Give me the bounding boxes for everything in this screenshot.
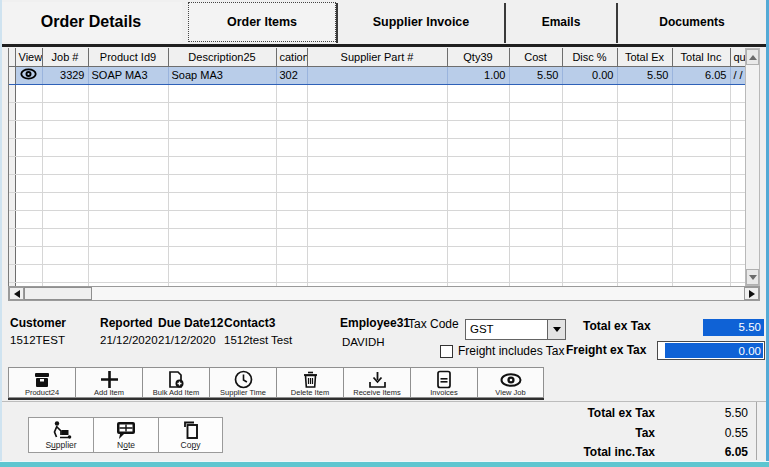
col-header-supplier-part[interactable]: Supplier Part #	[307, 48, 447, 66]
contact-label: Contact3	[224, 316, 275, 330]
chevron-down-icon	[553, 327, 561, 332]
cell-total-ex[interactable]: 5.50	[617, 66, 672, 84]
freight-ex-tax-value: 0.00	[665, 343, 763, 358]
contact-value: 1512test Test	[224, 334, 292, 346]
tab-label: Documents	[659, 15, 724, 29]
grid-scroll-area: View Job # Product Id9 Description25 cat…	[8, 48, 745, 286]
product-button[interactable]: Product24	[8, 367, 75, 398]
col-header-location[interactable]: cation	[276, 48, 307, 66]
tab-order-details[interactable]: Order Details	[0, 2, 182, 42]
total-ex-tax-summary-label: Total ex Tax	[455, 406, 655, 420]
package-icon	[32, 370, 52, 389]
grid-table: View Job # Product Id9 Description25 cat…	[9, 48, 745, 286]
add-item-button[interactable]: Add Item	[75, 367, 142, 398]
toolbar-button-label: Delete Item	[291, 389, 329, 397]
total-inc-tax-summary-label: Total inc.Tax	[455, 445, 655, 459]
tab-emails[interactable]: Emails	[506, 2, 616, 42]
arrow-left-icon	[14, 290, 20, 298]
cell-qty[interactable]: 1.00	[447, 66, 509, 84]
total-inc-tax-summary-value: 6.05	[653, 445, 748, 459]
scroll-left-button[interactable]	[9, 287, 24, 300]
tab-bar: Order Details Order Items Supplier Invoi…	[0, 0, 769, 47]
toolbar-button-label: Supplier Time	[220, 389, 266, 397]
total-ex-tax-field[interactable]: 5.50	[703, 319, 764, 336]
toolbar-button-label: Receive Items	[353, 389, 401, 397]
employee-label: Employee31	[340, 316, 410, 330]
due-date-value: 21/12/2020	[158, 334, 216, 346]
cell-total-inc[interactable]: 6.05	[672, 66, 730, 84]
tax-code-value: GST	[466, 320, 547, 339]
invoices-button[interactable]: Invoices	[410, 367, 477, 398]
scroll-up-button[interactable]	[746, 49, 759, 65]
cell-required[interactable]: / /	[730, 66, 745, 84]
cell-description[interactable]: Soap MA3	[168, 66, 276, 84]
grid-header-row: View Job # Product Id9 Description25 cat…	[9, 48, 745, 66]
file-plus-icon	[167, 370, 185, 389]
plus-icon	[100, 370, 119, 389]
grid-empty-row[interactable]	[9, 264, 745, 282]
bulk-add-item-button[interactable]: Bulk Add Item	[142, 367, 209, 398]
clock-icon	[234, 370, 253, 389]
grid-empty-row[interactable]	[9, 246, 745, 264]
tab-documents[interactable]: Documents	[618, 2, 766, 42]
view-row-button[interactable]	[15, 66, 42, 84]
employee-value: DAVIDH	[342, 336, 385, 348]
view-job-button[interactable]: View Job	[477, 367, 544, 398]
grid-empty-row[interactable]	[9, 228, 745, 246]
tab-label: Order Details	[41, 13, 141, 31]
delete-item-button[interactable]: Delete Item	[276, 367, 343, 398]
order-window: Order Details Order Items Supplier Invoi…	[0, 0, 769, 467]
grid-empty-row[interactable]	[9, 192, 745, 210]
tab-order-items[interactable]: Order Items	[188, 2, 336, 42]
order-items-grid: View Job # Product Id9 Description25 cat…	[8, 48, 760, 301]
grid-empty-row[interactable]	[9, 210, 745, 228]
window-border-left	[0, 0, 2, 467]
customer-value: 1512TEST	[10, 334, 65, 346]
cell-cost[interactable]: 5.50	[509, 66, 562, 84]
invoice-icon	[436, 370, 452, 389]
grid-empty-row[interactable]	[9, 174, 745, 192]
col-header-total-inc[interactable]: Total Inc	[672, 48, 730, 66]
grid-empty-row[interactable]	[9, 84, 745, 102]
cell-product[interactable]: SOAP MA3	[88, 66, 168, 84]
cell-job[interactable]: 3329	[42, 66, 88, 84]
grid-empty-row[interactable]	[9, 156, 745, 174]
tab-supplier-invoice[interactable]: Supplier Invoice	[338, 2, 504, 42]
freight-includes-tax-checkbox[interactable]	[440, 345, 453, 358]
toolbar-button-label: Product24	[25, 389, 59, 397]
vertical-scrollbar[interactable]	[745, 48, 760, 286]
eye-icon	[500, 370, 522, 389]
grid-empty-row[interactable]	[9, 120, 745, 138]
scroll-right-button[interactable]	[744, 287, 759, 300]
freight-ex-tax-field[interactable]: 0.00	[657, 341, 765, 360]
tab-label: Order Items	[227, 15, 297, 29]
toolbar-button-label: Bulk Add Item	[153, 389, 199, 397]
horizontal-scroll-thumb[interactable]	[24, 287, 92, 300]
col-header-cost[interactable]: Cost	[509, 48, 562, 66]
grid-empty-row[interactable]	[9, 102, 745, 120]
grid-selected-row[interactable]: 3329 SOAP MA3 Soap MA3 302 1.00 5.50 0.0…	[9, 66, 745, 84]
col-header-required[interactable]: qui	[730, 48, 745, 66]
col-header-job[interactable]: Job #	[42, 48, 88, 66]
tax-code-combo[interactable]: GST	[465, 319, 566, 340]
col-header-qty[interactable]: Qty39	[447, 48, 509, 66]
col-header-disc[interactable]: Disc %	[562, 48, 617, 66]
freight-includes-tax-label: Freight includes Tax	[458, 344, 565, 358]
customer-label: Customer	[10, 316, 66, 330]
scroll-down-button[interactable]	[746, 269, 759, 285]
cell-location[interactable]: 302	[276, 66, 307, 84]
col-header-description[interactable]: Description25	[168, 48, 276, 66]
supplier-time-button[interactable]: Supplier Time	[209, 367, 276, 398]
combo-dropdown-button[interactable]	[547, 320, 565, 339]
col-header-view[interactable]: View	[15, 48, 42, 66]
grid-empty-row[interactable]	[9, 138, 745, 156]
col-header-product[interactable]: Product Id9	[88, 48, 168, 66]
toolbar-button-label: Add Item	[94, 389, 124, 397]
tax-summary-label: Tax	[455, 426, 655, 440]
horizontal-scrollbar[interactable]	[8, 286, 760, 301]
cell-disc[interactable]: 0.00	[562, 66, 617, 84]
col-header-total-ex[interactable]: Total Ex	[617, 48, 672, 66]
cell-supplier-part[interactable]	[307, 66, 447, 84]
item-toolbar: Product24 Add Item Bulk Add Item Supplie…	[8, 367, 544, 400]
receive-items-button[interactable]: Receive Items	[343, 367, 410, 398]
